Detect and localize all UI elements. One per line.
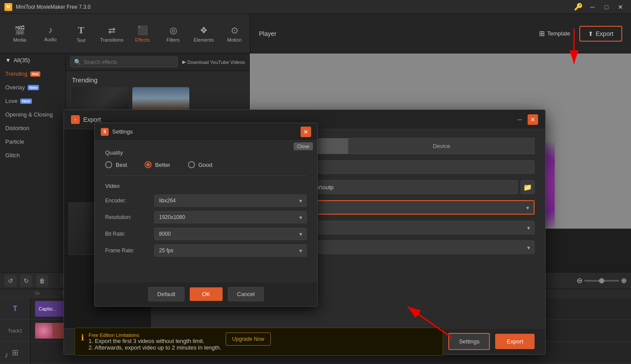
toolbar-effects[interactable]: ⬛ Effects (127, 18, 158, 49)
delete-button[interactable]: 🗑 (36, 275, 48, 287)
bitrate-select-wrapper: 8000 (154, 228, 307, 240)
maximize-button[interactable]: □ (600, 2, 613, 12)
text-icon: T (78, 25, 85, 36)
zoom-in-icon[interactable]: ⊕ (621, 276, 627, 285)
quality-section: Quality Best Better Good (105, 149, 307, 168)
browse-button[interactable]: 📁 (521, 180, 535, 194)
app-title: MiniTool MovieMaker Free 7.3.0 (16, 4, 574, 10)
undo-button[interactable]: ↺ (4, 275, 17, 287)
ok-button[interactable]: OK (190, 287, 223, 301)
quality-better-label: Better (155, 162, 170, 168)
window-controls: ─ □ ✕ (586, 2, 627, 12)
no-material-message: No material selected on the timeline (534, 138, 618, 144)
encoder-select[interactable]: libx264 (154, 194, 307, 207)
resolution-label: Resolution: (105, 214, 149, 220)
toolbar-transitions-label: Transitions (100, 37, 123, 42)
download-youtube-button[interactable]: ▶ Download YouTube Videos (182, 59, 245, 65)
sidebar-item-glitch[interactable]: Glitch (0, 148, 65, 162)
toolbar-elements-label: Elements (194, 37, 214, 42)
export-header-icon: ⬆ (588, 30, 593, 37)
template-button[interactable]: ⊞ Template (539, 29, 571, 38)
add-track-icon[interactable]: ⊞ (12, 348, 18, 357)
toolbar-motion-label: Motion (227, 37, 241, 42)
export-dialog-controls: ─ ✕ (514, 114, 538, 125)
title-bar: M MiniTool MovieMaker Free 7.3.0 🔑 ─ □ ✕ (0, 0, 631, 14)
header-actions: ⊞ Template ⬆ Export (539, 26, 622, 42)
toolbar-elements[interactable]: ❖ Elements (188, 18, 219, 49)
bitrate-select[interactable]: 8000 (154, 228, 307, 240)
search-box[interactable]: 🔍 (70, 57, 178, 67)
framerate-field: Frame Rate: 25 fps (105, 244, 307, 257)
video-section: Video Encoder: libx264 Resolution: 1920x… (105, 183, 307, 261)
export-dialog-icon: ↑ (71, 115, 80, 124)
close-button[interactable]: ✕ (614, 2, 627, 12)
toolbar-media[interactable]: 🎬 Media (4, 18, 35, 49)
settings-close-button[interactable]: ✕ (301, 127, 311, 137)
quality-options: Best Better Good (105, 161, 307, 168)
quality-good-label: Good (199, 162, 213, 168)
sidebar-item-overlay[interactable]: Overlay New (0, 81, 65, 94)
sidebar-arrow-icon: ▼ (5, 57, 11, 64)
video-title: Video (105, 183, 307, 189)
player-tab[interactable]: Player (259, 30, 277, 37)
settings-dialog: S Settings ✕ Close Quality Best Better (94, 123, 318, 307)
quality-best[interactable]: Best (105, 161, 127, 168)
settings-button[interactable]: Settings (448, 333, 490, 350)
track2-label: Track1 (0, 320, 30, 342)
export-header-button[interactable]: ⬆ Export (579, 26, 622, 42)
quality-best-radio (105, 161, 112, 168)
quality-good-radio (188, 161, 195, 168)
media-icon: 🎬 (14, 25, 25, 35)
toolbar-text[interactable]: T Text (66, 18, 96, 49)
toolbar-audio-label: Audio (44, 37, 57, 42)
toolbar-filters[interactable]: ◎ Filters (158, 18, 188, 49)
export-action-button[interactable]: Export (495, 334, 535, 349)
toolbar-media-label: Media (13, 37, 26, 42)
search-input[interactable] (84, 59, 174, 65)
youtube-icon: ▶ (182, 59, 186, 65)
resolution-select[interactable]: 1920x1080 (154, 211, 307, 223)
cancel-button[interactable]: Cancel (228, 287, 264, 301)
zoom-out-icon[interactable]: ⊖ (577, 276, 582, 285)
quality-best-label: Best (116, 162, 127, 168)
toolbar-effects-label: Effects (135, 37, 149, 42)
framerate-label: Frame Rate: (105, 247, 149, 254)
settings-divider (105, 175, 307, 176)
quality-better[interactable]: Better (145, 161, 170, 168)
export-minimize-button[interactable]: ─ (514, 114, 525, 125)
sidebar-item-particle[interactable]: Particle (0, 135, 65, 148)
sidebar-item-distortion[interactable]: Distortion (0, 121, 65, 135)
encoder-label: Encoder: (105, 198, 149, 204)
zoom-handle[interactable] (599, 278, 604, 283)
toolbar-transitions[interactable]: ⇄ Transitions (96, 18, 127, 49)
quality-good[interactable]: Good (188, 161, 213, 168)
upgrade-now-button[interactable]: Upgrade Now (226, 332, 271, 346)
default-button[interactable]: Default (148, 287, 184, 301)
text-clip-label: Captio... (39, 306, 57, 311)
right-header: Player ⊞ Template ⬆ Export (250, 14, 631, 53)
encoder-select-wrapper: libx264 (154, 194, 307, 207)
resolution-field: Resolution: 1920x1080 (105, 211, 307, 223)
warning-title: Free Edition Limitations: (89, 332, 221, 338)
sidebar-item-trending[interactable]: Trending Hot (0, 67, 65, 81)
sidebar-item-opening[interactable]: Opening & Closing (0, 108, 65, 121)
redo-button[interactable]: ↻ (20, 275, 32, 287)
zoom-control: ⊖ ⊕ (577, 276, 627, 285)
sidebar-item-love[interactable]: Love New (0, 94, 65, 108)
warning-line2: 2. Afterwards, export video up to 2 minu… (89, 344, 221, 351)
toolbar-motion[interactable]: ⊙ Motion (219, 18, 250, 49)
toolbar-audio[interactable]: ♪ Audio (35, 18, 66, 49)
toolbar-text-label: Text (77, 38, 85, 43)
template-icon: ⊞ (539, 29, 545, 38)
minimize-button[interactable]: ─ (586, 2, 599, 12)
zoom-slider[interactable] (584, 280, 619, 282)
sidebar-glitch-label: Glitch (5, 152, 20, 159)
transitions-icon: ⇄ (108, 25, 116, 35)
bitrate-label: Bit Rate: (105, 231, 149, 237)
export-dialog-title: Export (83, 116, 514, 123)
export-close-button[interactable]: ✕ (528, 114, 538, 125)
framerate-select[interactable]: 25 fps (154, 244, 307, 257)
sidebar-overlay-label: Overlay (5, 84, 25, 91)
sidebar-all-item[interactable]: ▼ All(35) (0, 53, 65, 67)
export-tab-device[interactable]: Device (348, 138, 535, 154)
